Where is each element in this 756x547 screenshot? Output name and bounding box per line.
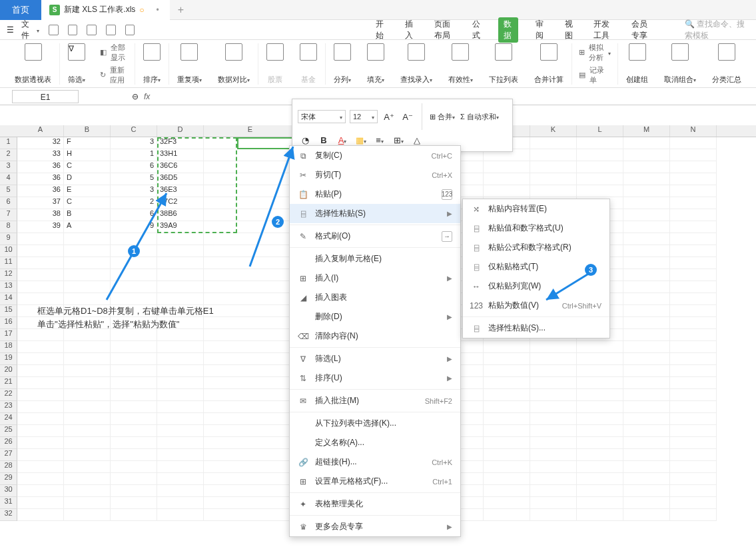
cell[interactable] bbox=[530, 185, 577, 197]
validity-icon[interactable] bbox=[452, 43, 469, 61]
sub-paste-special-dialog[interactable]: ⌸选择性粘贴(S)... bbox=[463, 318, 609, 338]
ctx-from-dropdown[interactable]: 从下拉列表中选择(K)... bbox=[290, 414, 460, 433]
row-header[interactable]: 21 bbox=[0, 377, 17, 389]
row-header[interactable]: 29 bbox=[0, 473, 17, 485]
cell[interactable] bbox=[577, 341, 623, 353]
sort-label[interactable]: 排序 bbox=[143, 75, 161, 85]
sub-as-values[interactable]: 123粘贴为数值(V)Ctrl+Shift+V bbox=[463, 296, 609, 315]
ctx-insert-chart[interactable]: ◢插入图表 bbox=[290, 288, 460, 307]
row-header[interactable]: 13 bbox=[0, 281, 17, 293]
find-entry-label[interactable]: 查找录入 bbox=[400, 75, 432, 85]
cell[interactable] bbox=[623, 497, 670, 509]
cell[interactable] bbox=[577, 413, 623, 425]
cell[interactable] bbox=[670, 161, 717, 173]
cell[interactable] bbox=[157, 449, 204, 461]
row-header[interactable]: 16 bbox=[0, 317, 17, 329]
cell[interactable]: 33H1 bbox=[157, 149, 204, 161]
cell[interactable] bbox=[670, 485, 717, 497]
cell[interactable] bbox=[670, 209, 717, 221]
cell[interactable]: 33 bbox=[17, 149, 64, 161]
row-header[interactable]: 18 bbox=[0, 341, 17, 353]
reapply[interactable]: ↻重新应用 bbox=[100, 65, 128, 85]
cell[interactable] bbox=[17, 497, 64, 509]
cell[interactable] bbox=[64, 413, 111, 425]
row-header[interactable]: 20 bbox=[0, 365, 17, 377]
cell[interactable] bbox=[64, 353, 111, 365]
ctx-delete[interactable]: 删除(D)▶ bbox=[290, 307, 460, 326]
ctx-sort[interactable]: ⇅排序(U)▶ bbox=[290, 368, 460, 388]
cell[interactable] bbox=[204, 197, 297, 209]
cell[interactable] bbox=[670, 341, 717, 353]
cell[interactable] bbox=[204, 185, 297, 197]
column-header[interactable]: L bbox=[577, 125, 623, 137]
cell[interactable] bbox=[577, 401, 623, 413]
tab-start[interactable]: 开始 bbox=[373, 17, 388, 43]
cell[interactable] bbox=[111, 365, 157, 377]
column-header[interactable]: D bbox=[157, 125, 204, 137]
zoom-out-icon[interactable]: ⊖ bbox=[132, 92, 139, 101]
row-header[interactable]: 12 bbox=[0, 269, 17, 281]
cell[interactable] bbox=[670, 317, 717, 329]
ctx-more-vip[interactable]: ♛更多会员专享▶ bbox=[290, 517, 460, 536]
row-header[interactable]: 22 bbox=[0, 389, 17, 401]
cell[interactable] bbox=[484, 161, 530, 173]
cell[interactable] bbox=[623, 317, 670, 329]
cell[interactable]: 3 bbox=[111, 137, 157, 149]
cell[interactable] bbox=[17, 293, 64, 305]
cell[interactable] bbox=[670, 365, 717, 377]
cell[interactable] bbox=[64, 365, 111, 377]
cell[interactable]: B bbox=[64, 209, 111, 221]
cell[interactable] bbox=[670, 137, 717, 149]
cell[interactable] bbox=[670, 257, 717, 269]
cell[interactable] bbox=[64, 437, 111, 449]
cell[interactable] bbox=[17, 353, 64, 365]
cell[interactable] bbox=[530, 377, 577, 389]
new-tab-button[interactable]: + bbox=[170, 4, 192, 16]
cell[interactable] bbox=[670, 377, 717, 389]
filter-label[interactable]: 筛选 bbox=[68, 75, 85, 85]
cell[interactable] bbox=[204, 473, 297, 485]
cell[interactable] bbox=[577, 461, 623, 473]
cell[interactable] bbox=[17, 377, 64, 389]
cell[interactable] bbox=[64, 341, 111, 353]
increase-font-icon[interactable]: A⁺ bbox=[382, 109, 396, 124]
cell[interactable]: H bbox=[64, 149, 111, 161]
cell[interactable] bbox=[204, 173, 297, 185]
cell[interactable] bbox=[157, 269, 204, 281]
cell[interactable] bbox=[530, 461, 577, 473]
row-header[interactable]: 31 bbox=[0, 497, 17, 509]
cell[interactable] bbox=[577, 137, 623, 149]
cell[interactable] bbox=[64, 377, 111, 389]
row-header[interactable]: 9 bbox=[0, 233, 17, 245]
cell[interactable] bbox=[17, 269, 64, 281]
autosum-button[interactable]: Σ 自动求和 bbox=[460, 109, 500, 124]
cell[interactable] bbox=[484, 437, 530, 449]
cell[interactable] bbox=[623, 245, 670, 257]
cell[interactable] bbox=[17, 341, 64, 353]
home-tab[interactable]: 首页 bbox=[0, 0, 41, 20]
sub-values-numfmt[interactable]: ⌸粘贴值和数字格式(U) bbox=[463, 219, 609, 238]
column-header[interactable]: N bbox=[670, 125, 717, 137]
ctx-insert[interactable]: ⊞插入(I)▶ bbox=[290, 269, 460, 288]
cell[interactable] bbox=[204, 161, 297, 173]
cell[interactable]: 38 bbox=[17, 209, 64, 221]
cell[interactable] bbox=[111, 401, 157, 413]
name-box[interactable]: E1 bbox=[12, 90, 79, 103]
cell[interactable] bbox=[623, 281, 670, 293]
cell[interactable] bbox=[17, 485, 64, 497]
simulate[interactable]: ⊞模拟分析 bbox=[579, 43, 611, 63]
cell[interactable] bbox=[204, 329, 297, 341]
cell[interactable]: 6 bbox=[111, 209, 157, 221]
cell[interactable] bbox=[17, 509, 64, 521]
font-size-select[interactable]: 12 bbox=[350, 110, 378, 123]
cell[interactable] bbox=[64, 281, 111, 293]
cell[interactable] bbox=[204, 341, 297, 353]
cell[interactable] bbox=[111, 461, 157, 473]
row-header[interactable]: 2 bbox=[0, 149, 17, 161]
cell[interactable] bbox=[157, 485, 204, 497]
cell[interactable] bbox=[530, 149, 577, 161]
cell[interactable] bbox=[623, 197, 670, 209]
cell[interactable] bbox=[670, 305, 717, 317]
cell[interactable] bbox=[670, 353, 717, 365]
cell[interactable] bbox=[111, 341, 157, 353]
